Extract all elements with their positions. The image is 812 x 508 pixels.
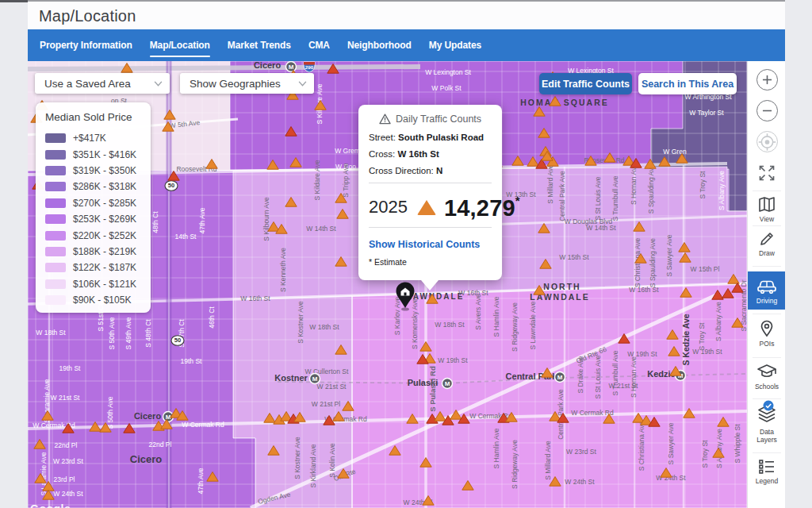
- popup-year: 2025: [369, 197, 408, 217]
- street-label: S 50th Ave: [106, 396, 114, 429]
- street-label: W Cermak Rd: [182, 421, 224, 429]
- tab-my-updates[interactable]: My Updates: [429, 29, 481, 61]
- popup-title: Daily Traffic Counts: [369, 114, 492, 125]
- legend-row: +$417K: [45, 130, 151, 146]
- street-label: S Kostner Ave: [293, 437, 301, 479]
- street-label: S Tripp Ave: [342, 163, 350, 198]
- legend-row: $122K - $187K: [45, 260, 151, 275]
- view-map-icon: [757, 196, 776, 214]
- rail-item-pois[interactable]: POIs: [748, 319, 786, 348]
- street-label: W 19th St: [692, 348, 722, 356]
- street-label: Cicero: [134, 411, 162, 421]
- map-canvas[interactable]: W Lexington StW Lexington StW Polk StW P…: [28, 61, 747, 508]
- rail-item-draw[interactable]: Draw: [748, 230, 786, 257]
- locate-icon: [757, 131, 777, 153]
- tab-neighborhood[interactable]: Neighborhood: [347, 29, 412, 61]
- rail-item-data-layers[interactable]: DataLayers: [748, 404, 786, 444]
- geographies-dropdown-value: Show Geographies: [190, 78, 281, 90]
- street-label: 19th St: [181, 357, 203, 365]
- street-label: S Karlov Ave: [393, 296, 401, 335]
- legend-label: $90K - $105K: [73, 294, 131, 306]
- legend-row: $90K - $105K: [45, 292, 151, 308]
- rail-item-legend[interactable]: Legend: [748, 458, 786, 485]
- street-label: S Pulaski Rd: [428, 366, 437, 412]
- zoom-out-button[interactable]: [748, 100, 786, 121]
- street-label: S Kedzie Ave: [681, 314, 691, 365]
- street-label: S Sawyer Ave: [665, 234, 673, 276]
- legend-title: Median Sold Price: [45, 111, 151, 123]
- street-label: S Troy St: [701, 440, 709, 468]
- svg-text:M: M: [557, 374, 563, 381]
- legend-swatch: [45, 263, 66, 272]
- legend-swatch: [45, 231, 66, 241]
- chevron-down-icon: [154, 81, 163, 87]
- street-label: 48th Ct: [151, 211, 159, 233]
- street-label: W 14th St: [306, 225, 336, 233]
- driving-car-icon: [755, 276, 779, 295]
- show-historical-counts-link[interactable]: Show Historical Counts: [369, 239, 492, 250]
- rail-item-driving[interactable]: Driving: [748, 271, 786, 310]
- tab-property-information[interactable]: Property Information: [40, 29, 132, 61]
- rail-item-label: View: [760, 215, 774, 223]
- tab-cma[interactable]: CMA: [308, 29, 330, 61]
- street-label: S Homan Ave: [630, 164, 638, 205]
- page-header: Map/Location: [28, 2, 785, 29]
- expand-icon: [757, 164, 776, 183]
- street-label: S Kolin Ave: [328, 443, 336, 478]
- legend-row: $220K - $252K: [45, 227, 151, 243]
- map-watermark: Google: [30, 502, 71, 508]
- street-label: W 18th St: [309, 323, 339, 331]
- street-label: W Gren: [663, 148, 687, 156]
- daily-traffic-counts-popup: Daily Traffic Counts Street: South Pulas…: [358, 105, 502, 280]
- street-label: S Troy St: [698, 322, 706, 351]
- tab-market-trends[interactable]: Market Trends: [228, 29, 291, 61]
- street-label: W 18th St: [36, 329, 66, 337]
- street-label: S 50th Ave: [108, 317, 116, 349]
- zoom-in-button[interactable]: [748, 69, 786, 90]
- popup-count: 14,279*: [444, 194, 520, 221]
- legend-swatch: [45, 198, 66, 208]
- street-label: S Ridgeway Ave: [511, 302, 519, 352]
- legend-swatch: [45, 214, 66, 224]
- rail-item-view[interactable]: View: [748, 196, 786, 223]
- street-label: S Kenneth Ave: [279, 248, 287, 292]
- tab-map-location[interactable]: Map/Location: [150, 29, 210, 61]
- app: Map/Location Property InformationMap/Loc…: [0, 0, 812, 508]
- street-label: W 14th St: [586, 224, 616, 232]
- street-label: S Kostner Ave: [297, 301, 304, 344]
- street-label: 22nd Pl: [55, 441, 78, 449]
- legend-swatch: [45, 182, 66, 191]
- edit-traffic-counts-button[interactable]: Edit Traffic Counts: [539, 73, 632, 94]
- rail-divider: [753, 398, 781, 399]
- street-label: S Spaulding Ave: [647, 164, 655, 214]
- popup-street-value: South Pulaski Road: [398, 133, 484, 142]
- street-label: S Sawyer Ave: [667, 422, 675, 464]
- legend-row: $253K - $269K: [45, 211, 151, 227]
- chevron-down-icon: [298, 81, 307, 87]
- highway-shield-50: 50: [165, 181, 178, 191]
- rail-item-label: DataLayers: [756, 428, 777, 444]
- svg-text:50: 50: [168, 182, 174, 189]
- street-label: 23rd Pl: [54, 475, 75, 483]
- legend-label: $122K - $187K: [73, 262, 136, 273]
- street-label: W 21st Pl: [312, 400, 340, 408]
- legend-row: $188K - $219K: [45, 244, 151, 260]
- rail-item-schools[interactable]: Schools: [748, 363, 786, 391]
- legend-label: $253K - $269K: [73, 214, 136, 225]
- rail-item-label: Driving: [756, 297, 777, 305]
- rail-divider: [753, 314, 781, 314]
- search-in-this-area-button[interactable]: Search in This Area: [638, 73, 737, 94]
- street-label: S Hamlin Ave: [492, 296, 500, 337]
- popup-cross-label: Cross:: [369, 149, 395, 159]
- saved-area-dropdown[interactable]: Use a Saved Area: [35, 73, 170, 94]
- street-label: W 19th St: [438, 356, 468, 364]
- street-label: W 15th Pl: [691, 265, 720, 273]
- popup-direction-value: N: [436, 166, 442, 175]
- metra-station-icon: M: [286, 62, 297, 72]
- locate-button[interactable]: [748, 131, 786, 152]
- road-expressway-290: [28, 67, 420, 69]
- street-label: S St Louis Ave: [594, 355, 602, 398]
- geographies-dropdown[interactable]: Show Geographies: [180, 73, 314, 94]
- expand-button[interactable]: [748, 164, 786, 183]
- page-title: Map/Location: [39, 7, 136, 25]
